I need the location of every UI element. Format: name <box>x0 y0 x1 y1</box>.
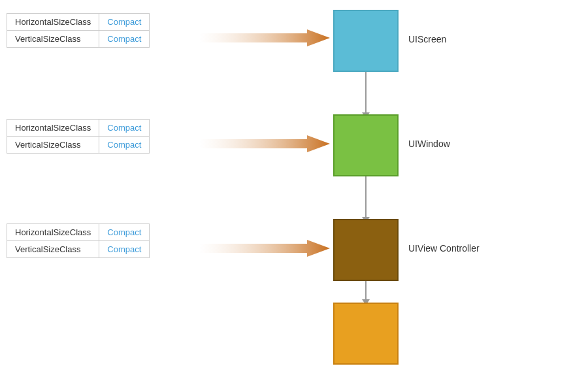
svg-marker-2 <box>199 240 330 257</box>
h-size-value-3: Compact <box>99 224 150 241</box>
h-size-label-3: HorizontalSizeClass <box>7 224 99 241</box>
h-size-value-1: Compact <box>99 14 150 31</box>
arrow-uiviewcontroller <box>199 239 330 258</box>
h-size-label-1: HorizontalSizeClass <box>7 14 99 31</box>
v-size-label-1: VerticalSizeClass <box>7 31 99 48</box>
svg-marker-1 <box>199 135 330 152</box>
v-size-label-2: VerticalSizeClass <box>7 137 99 154</box>
label-uiviewcontroller: UIView Controller <box>408 243 480 254</box>
diagram-container: HorizontalSizeClass Compact VerticalSize… <box>0 0 588 379</box>
table-uiwindow: HorizontalSizeClass Compact VerticalSize… <box>7 119 150 154</box>
h-size-value-2: Compact <box>99 120 150 137</box>
arrow-uiwindow <box>199 134 330 154</box>
arrow-uiscreen <box>199 28 330 48</box>
svg-marker-0 <box>199 29 330 46</box>
connector-2-3 <box>365 176 367 219</box>
label-uiscreen: UIScreen <box>408 34 446 44</box>
v-size-label-3: VerticalSizeClass <box>7 241 99 258</box>
connector-3-4 <box>365 281 367 301</box>
connector-1-2 <box>365 72 367 114</box>
v-size-value-1: Compact <box>99 31 150 48</box>
box-uiviewcontroller <box>333 219 399 281</box>
table-uiviewcontroller: HorizontalSizeClass Compact VerticalSize… <box>7 223 150 258</box>
box-bottom <box>333 303 399 365</box>
box-uiwindow <box>333 114 399 176</box>
v-size-value-2: Compact <box>99 137 150 154</box>
v-size-value-3: Compact <box>99 241 150 258</box>
h-size-label-2: HorizontalSizeClass <box>7 120 99 137</box>
label-uiwindow: UIWindow <box>408 139 450 149</box>
box-uiscreen <box>333 10 399 72</box>
table-uiscreen: HorizontalSizeClass Compact VerticalSize… <box>7 13 150 48</box>
